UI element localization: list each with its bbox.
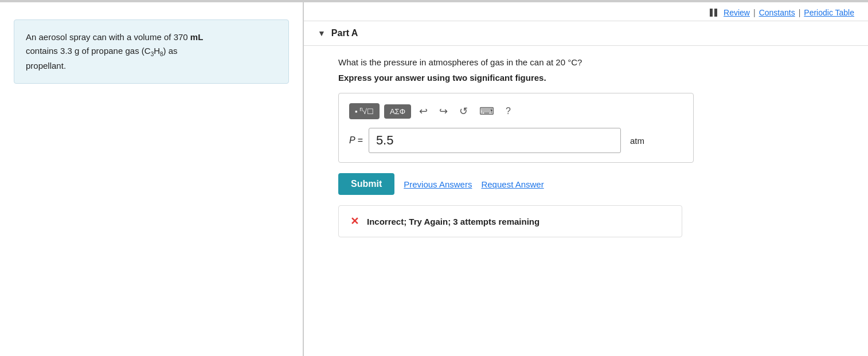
help-button[interactable]: ?	[502, 104, 514, 119]
question-text: What is the pressure in atmospheres of g…	[338, 57, 839, 67]
input-row: P = atm	[349, 128, 683, 153]
part-a-label: Part A	[331, 28, 358, 38]
unit-label: atm	[630, 136, 644, 146]
answer-input[interactable]	[369, 128, 621, 153]
problem-text: An aerosol spray can with a volume of 37…	[26, 32, 203, 71]
top-links-bar: Review | Constants | Periodic Table	[304, 2, 868, 21]
math-editor-button[interactable]: ▪ n√☐	[349, 103, 380, 119]
part-a-section[interactable]: ▼ Part A	[304, 21, 868, 46]
error-message: Incorrect; Try Again; 3 attempts remaini…	[367, 217, 539, 226]
question-emphasis: Express your answer using two significan…	[338, 73, 839, 83]
review-link[interactable]: Review	[724, 8, 750, 17]
greek-button[interactable]: ΑΣΦ	[384, 104, 411, 119]
problem-box: An aerosol spray can with a volume of 37…	[14, 19, 289, 84]
toolbar: ▪ n√☐ ΑΣΦ ↩ ↪ ↺ ⌨ ?	[349, 103, 683, 120]
review-icon	[710, 9, 718, 17]
request-answer-link[interactable]: Request Answer	[481, 179, 544, 189]
separator-1: |	[753, 8, 756, 17]
undo-button[interactable]: ↩	[416, 103, 431, 120]
error-box: ✕ Incorrect; Try Again; 3 attempts remai…	[338, 205, 682, 237]
math-editor-icon: ▪ n√☐	[355, 106, 374, 116]
svg-rect-0	[710, 9, 713, 17]
error-icon: ✕	[350, 215, 359, 228]
greek-label: ΑΣΦ	[390, 107, 405, 116]
action-row: Submit Previous Answers Request Answer	[338, 173, 839, 195]
right-panel: Review | Constants | Periodic Table ▼ Pa…	[304, 2, 868, 356]
separator-2: |	[799, 8, 801, 17]
answer-box: ▪ n√☐ ΑΣΦ ↩ ↪ ↺ ⌨ ? P = atm	[338, 93, 694, 163]
left-panel: An aerosol spray can with a volume of 37…	[0, 2, 304, 356]
periodic-table-link[interactable]: Periodic Table	[804, 8, 854, 17]
keyboard-button[interactable]: ⌨	[476, 103, 498, 120]
reset-button[interactable]: ↺	[456, 103, 471, 120]
submit-button[interactable]: Submit	[338, 173, 394, 195]
content-area: What is the pressure in atmospheres of g…	[304, 46, 868, 356]
previous-answers-link[interactable]: Previous Answers	[404, 179, 472, 189]
collapse-chevron: ▼	[318, 29, 326, 38]
svg-rect-1	[714, 9, 717, 17]
p-label: P =	[349, 135, 363, 146]
redo-button[interactable]: ↪	[436, 103, 451, 120]
main-layout: An aerosol spray can with a volume of 37…	[0, 2, 868, 356]
constants-link[interactable]: Constants	[759, 8, 795, 17]
